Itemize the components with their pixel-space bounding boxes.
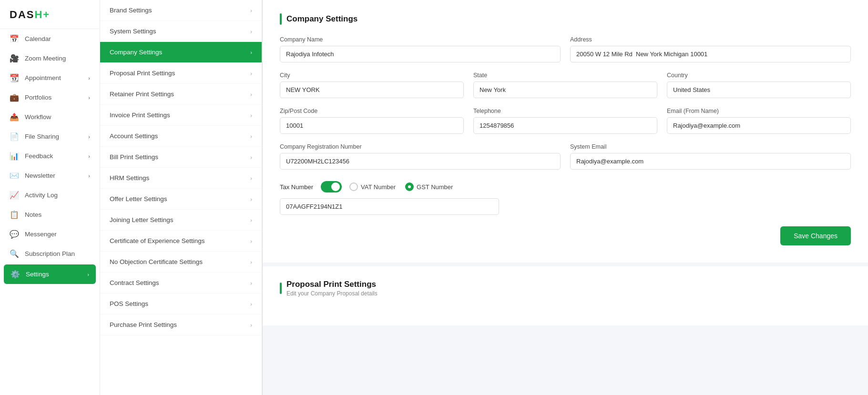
menu-item-certificate-experience[interactable]: Certificate of Experience Settings › — [100, 231, 262, 252]
sidebar-item-notes[interactable]: 📋 Notes — [0, 205, 100, 224]
menu-item-system-settings[interactable]: System Settings › — [100, 21, 262, 42]
nav-icon-zoom-meeting: 🎥 — [10, 54, 19, 63]
sidebar-item-workflow[interactable]: 📤 Workflow — [0, 107, 100, 127]
menu-label-hrm-settings: HRM Settings — [110, 174, 149, 182]
reg-number-group: Company Registration Number — [280, 143, 561, 170]
proposal-print-subtitle: Edit your Company Proposal details — [286, 290, 378, 297]
sidebar-item-subscription-plan[interactable]: 🔍 Subscription Plan — [0, 244, 100, 263]
menu-label-proposal-print: Proposal Print Settings — [110, 70, 175, 77]
nav-label-appointment: Appointment — [25, 74, 82, 81]
tax-toggle[interactable] — [321, 181, 342, 192]
address-label: Address — [570, 36, 851, 43]
row-name-address: Company Name Address — [280, 36, 851, 62]
menu-item-purchase-print[interactable]: Purchase Print Settings › — [100, 314, 262, 335]
nav-label-settings: Settings — [26, 271, 82, 278]
menu-label-invoice-print: Invoice Print Settings — [110, 111, 170, 119]
email-from-input[interactable] — [667, 117, 851, 134]
proposal-print-title: Proposal Print Settings — [286, 280, 378, 289]
country-input[interactable] — [667, 81, 851, 98]
menu-item-account-settings[interactable]: Account Settings › — [100, 126, 262, 147]
menu-arrow-system-settings: › — [250, 29, 252, 34]
menu-item-company-settings[interactable]: Company Settings › — [100, 42, 262, 63]
sidebar-item-settings[interactable]: ⚙️ Settings › — [4, 264, 96, 284]
nav-label-calendar: Calendar — [25, 35, 90, 42]
nav-label-activity-log: Activity Log — [25, 192, 90, 199]
sidebar-item-file-sharing[interactable]: 📄 File Sharing › — [0, 127, 100, 146]
menu-item-invoice-print[interactable]: Invoice Print Settings › — [100, 105, 262, 126]
nav-icon-activity-log: 📈 — [10, 191, 19, 200]
sidebar-item-newsletter[interactable]: ✉️ Newsletter › — [0, 166, 100, 185]
tax-type-radio-group: VAT Number GST Number — [349, 182, 453, 191]
gst-number-input[interactable] — [280, 198, 499, 215]
address-input[interactable] — [570, 46, 851, 62]
sidebar-item-appointment[interactable]: 📆 Appointment › — [0, 68, 100, 88]
telephone-label: Telephone — [473, 108, 657, 114]
nav-icon-workflow: 📤 — [10, 112, 19, 122]
menu-label-brand-settings: Brand Settings — [110, 7, 152, 14]
nav-icon-newsletter: ✉️ — [10, 171, 19, 180]
menu-item-pos-settings[interactable]: POS Settings › — [100, 294, 262, 314]
proposal-green-bar — [280, 283, 282, 294]
nav-icon-messenger: 💬 — [10, 230, 19, 239]
menu-item-retainer-print[interactable]: Retainer Print Settings › — [100, 84, 262, 105]
company-settings-title: Company Settings — [286, 14, 357, 24]
menu-item-hrm-settings[interactable]: HRM Settings › — [100, 168, 262, 189]
menu-item-no-objection[interactable]: No Objection Certificate Settings › — [100, 252, 262, 273]
menu-label-pos-settings: POS Settings — [110, 300, 148, 307]
gst-radio-option[interactable]: GST Number — [405, 182, 453, 191]
nav-label-notes: Notes — [25, 211, 90, 218]
city-input[interactable] — [280, 81, 464, 98]
tax-number-row: Tax Number VAT Number GST Numbe — [280, 179, 851, 192]
menu-arrow-joining-letter: › — [250, 217, 252, 223]
menu-item-joining-letter[interactable]: Joining Letter Settings › — [100, 210, 262, 231]
nav-arrow-file-sharing: › — [88, 134, 90, 140]
system-email-input[interactable] — [570, 153, 851, 170]
menu-label-system-settings: System Settings — [110, 28, 156, 35]
system-email-label: System Email — [570, 143, 851, 150]
nav-label-newsletter: Newsletter — [25, 172, 82, 179]
save-changes-button[interactable]: Save Changes — [780, 226, 851, 245]
nav-label-workflow: Workflow — [25, 113, 90, 121]
vat-radio-option[interactable]: VAT Number — [349, 182, 396, 191]
menu-item-brand-settings[interactable]: Brand Settings › — [100, 0, 262, 21]
zip-label: Zip/Post Code — [280, 108, 464, 114]
nav-icon-appointment: 📆 — [10, 73, 19, 82]
email-from-label: Email (From Name) — [667, 108, 851, 114]
nav-label-feedback: Feedback — [25, 152, 82, 160]
menu-arrow-account-settings: › — [250, 133, 252, 139]
nav-icon-feedback: 📊 — [10, 152, 19, 161]
reg-number-input[interactable] — [280, 153, 561, 170]
row-reg-system-email: Company Registration Number System Email — [280, 143, 851, 170]
menu-label-bill-print: Bill Print Settings — [110, 153, 158, 161]
proposal-print-card: Proposal Print Settings Edit your Compan… — [263, 266, 868, 329]
telephone-group: Telephone — [473, 108, 657, 134]
nav-icon-subscription-plan: 🔍 — [10, 249, 19, 258]
reg-number-label: Company Registration Number — [280, 143, 561, 150]
menu-item-proposal-print[interactable]: Proposal Print Settings › — [100, 63, 262, 84]
zip-input[interactable] — [280, 117, 464, 134]
sidebar-item-calendar[interactable]: 📅 Calendar — [0, 29, 100, 49]
menu-item-bill-print[interactable]: Bill Print Settings › — [100, 147, 262, 168]
sidebar-item-zoom-meeting[interactable]: 🎥 Zoom Meeting — [0, 49, 100, 68]
nav-arrow-newsletter: › — [88, 173, 90, 179]
menu-label-company-settings: Company Settings — [110, 49, 162, 56]
menu-label-certificate-experience: Certificate of Experience Settings — [110, 237, 205, 244]
telephone-input[interactable] — [473, 117, 657, 134]
menu-arrow-offer-letter: › — [250, 196, 252, 202]
sidebar-item-activity-log[interactable]: 📈 Activity Log — [0, 185, 100, 205]
vat-radio-label: VAT Number — [361, 183, 396, 191]
sidebar-item-messenger[interactable]: 💬 Messenger — [0, 224, 100, 244]
city-label: City — [280, 72, 464, 79]
address-group: Address — [570, 36, 851, 62]
menu-label-account-settings: Account Settings — [110, 132, 158, 140]
state-input[interactable] — [473, 81, 657, 98]
company-name-input[interactable] — [280, 46, 561, 62]
nav-label-messenger: Messenger — [25, 231, 90, 238]
tax-number-label: Tax Number — [280, 183, 313, 191]
nav-label-portfolios: Portfolios — [25, 94, 82, 101]
sidebar-item-portfolios[interactable]: 💼 Portfolios › — [0, 88, 100, 107]
company-settings-form: Company Name Address City State — [280, 36, 851, 215]
menu-item-contract-settings[interactable]: Contract Settings › — [100, 273, 262, 294]
sidebar-item-feedback[interactable]: 📊 Feedback › — [0, 146, 100, 166]
menu-item-offer-letter[interactable]: Offer Letter Settings › — [100, 189, 262, 210]
